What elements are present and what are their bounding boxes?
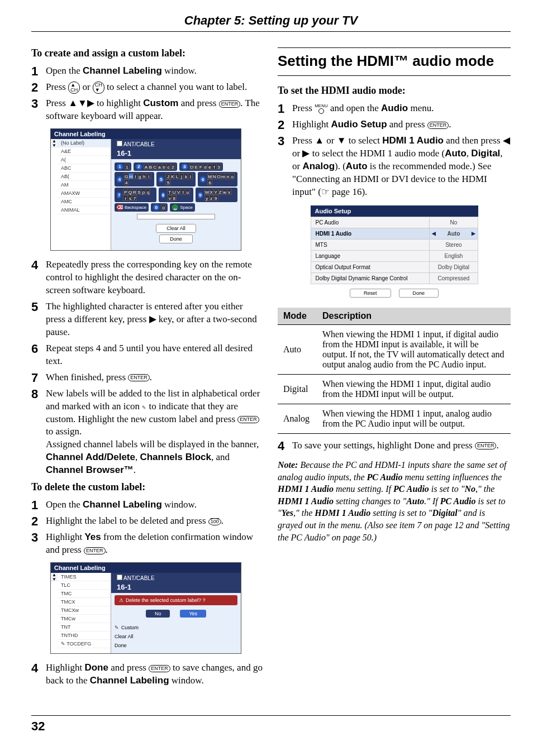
text: menu. — [408, 103, 434, 113]
clear-all-row[interactable]: Clear All — [111, 632, 241, 641]
audio-setup-buttons: Reset Done — [311, 289, 478, 298]
list-item[interactable]: (No Label) — [58, 139, 111, 147]
list-item[interactable]: AM — [58, 181, 111, 189]
kb-space[interactable]: ␣Space — [170, 203, 195, 212]
kb-key[interactable]: 2ABCabc2 — [134, 162, 177, 171]
step: 1 Press MENU and open the Audio menu. — [278, 102, 511, 115]
table-row[interactable]: Dolby Digital Dynamic Range ControlCompr… — [311, 272, 478, 284]
list-item[interactable]: TNT — [58, 623, 111, 631]
text: ). ( — [335, 161, 346, 171]
table-row[interactable]: PC AudioNo — [311, 217, 478, 228]
mode-header: Mode — [278, 308, 317, 325]
step-number: 2 — [31, 81, 41, 94]
step-text: The highlighted character is entered aft… — [46, 300, 264, 339]
step-text: Open the Channel Labeling window. — [46, 499, 264, 511]
kb-key[interactable]: 8TUVtuv8 — [159, 188, 193, 202]
text: When finished, press — [46, 372, 128, 382]
kb-key[interactable]: 11 — [115, 162, 131, 171]
table-row[interactable]: MTSStereo — [311, 239, 478, 250]
done-button[interactable]: Done — [399, 289, 439, 298]
list-item[interactable]: TMC — [58, 590, 111, 598]
text: . — [496, 440, 498, 451]
right-arrow-icon[interactable]: ▶ — [472, 231, 475, 236]
clear-all-button[interactable]: Clear All — [156, 224, 196, 233]
pencil-icon: ✎ — [115, 625, 119, 630]
list-item[interactable]: A&E — [58, 147, 111, 156]
no-button[interactable]: No — [146, 610, 170, 618]
text-input-field[interactable] — [137, 214, 215, 219]
text: , and — [211, 452, 230, 462]
kb-key[interactable]: 7PQRSpqrs7 — [115, 188, 156, 202]
step-text: Open the Channel Labeling window. — [46, 65, 264, 78]
list-item[interactable]: TMCX — [58, 598, 111, 606]
ant-cable-label: ANT/CABLE — [111, 139, 241, 149]
kb-key[interactable]: 9WXYZwxyz9 — [196, 188, 237, 202]
kb-key[interactable]: 6MNOmno6 — [198, 172, 237, 186]
text: or — [80, 82, 93, 92]
list-item[interactable]: ✎ TOCDEFG — [58, 640, 111, 648]
text: Auto — [448, 231, 460, 237]
list-item[interactable]: A( — [58, 156, 111, 164]
list-item[interactable]: TIMES — [58, 573, 111, 581]
done-button[interactable]: Done — [159, 235, 193, 243]
table-row[interactable]: LanguageEnglish — [311, 250, 478, 261]
text: Open the — [46, 65, 83, 76]
list-item[interactable]: TMCw — [58, 615, 111, 623]
list-item[interactable]: AMC — [58, 198, 111, 206]
yes-button[interactable]: Yes — [180, 610, 206, 618]
bold-text: Yes — [282, 508, 293, 518]
list-item[interactable]: AMAXW — [58, 189, 111, 198]
text: window. — [162, 499, 197, 510]
left-arrow-icon[interactable]: ◀ — [432, 231, 436, 236]
list-item[interactable]: TLC — [58, 581, 111, 590]
list-item[interactable]: ANIMAL — [58, 206, 111, 214]
kb-key[interactable]: 00 — [151, 203, 168, 212]
step: 6 Repeat steps 4 and 5 until you have en… — [31, 342, 264, 368]
step-text: Press ▲ or ▼ to select HDMI 1 Audio and … — [292, 135, 511, 199]
enter-icon: ENTER — [219, 101, 241, 108]
text: menu setting. If — [334, 484, 393, 494]
pencil-icon: ✎ — [61, 641, 65, 647]
list-item[interactable]: TMCXw — [58, 606, 111, 615]
setting-label: HDMI 1 Audio — [311, 228, 430, 239]
custom-row[interactable]: ✎Custom — [111, 623, 241, 632]
kb-key[interactable]: 3DEFdef3 — [179, 162, 223, 171]
step: 7 When finished, press ENTER. — [31, 371, 264, 384]
list-item[interactable]: AB( — [58, 173, 111, 181]
reset-button[interactable]: Reset — [350, 289, 391, 298]
step-text: Repeatedly press the corresponding key o… — [46, 259, 264, 297]
step-number: 3 — [278, 135, 288, 199]
audio-setup-title: Audio Setup — [311, 205, 478, 217]
text: . — [150, 372, 152, 382]
text: menu setting influences the — [402, 472, 502, 482]
audio-setup-table: PC AudioNo HDMI 1 Audio◀Auto▶ MTSStereo … — [311, 217, 478, 284]
step-number: 4 — [278, 439, 288, 452]
step-number: 3 — [31, 97, 41, 123]
list-item[interactable]: ABC — [58, 164, 111, 173]
kb-key[interactable]: 5JKLjkl5 — [156, 172, 196, 186]
step-text: Highlight Audio Setup and press ENTER. — [292, 118, 511, 131]
confirm-buttons: No Yes — [111, 607, 241, 620]
text: Highlight the label to be deleted and pr… — [46, 515, 208, 526]
list-item[interactable]: TNTHD — [58, 631, 111, 640]
text: and press — [178, 98, 218, 108]
text: Highlight — [46, 532, 84, 542]
chapter-title: Chapter 5: Setting up your TV — [31, 13, 511, 28]
table-row-selected[interactable]: HDMI 1 Audio◀Auto▶ — [311, 228, 478, 239]
bold-text: Digital — [471, 148, 500, 159]
done-row[interactable]: Done — [111, 641, 241, 650]
enter-icon: ENTER — [128, 374, 150, 381]
table-row: Analog When viewing the HDMI 1 input, an… — [278, 404, 511, 433]
step: 2 Press ▲CH or CH▼ to select a channel y… — [31, 81, 264, 94]
bold-text: Auto — [445, 148, 467, 159]
table-row[interactable]: Optical Output FormatDolby Digital — [311, 261, 478, 272]
kb-key[interactable]: 4GHIghi4 — [115, 172, 154, 186]
ch-up-icon: ▲CH — [68, 82, 80, 94]
setting-value: ◀Auto▶ — [430, 228, 478, 239]
step-text: When finished, press ENTER. — [46, 371, 264, 384]
mode-description: When viewing the HDMI 1 input, digital a… — [317, 374, 511, 404]
kb-backspace[interactable]: ⌫Backspace — [115, 203, 149, 212]
text: Press ▲▼▶ to highlight — [46, 98, 143, 108]
scroll-indicator: ▲▼ — [51, 573, 58, 582]
bold-text: PC Audio — [367, 472, 403, 482]
